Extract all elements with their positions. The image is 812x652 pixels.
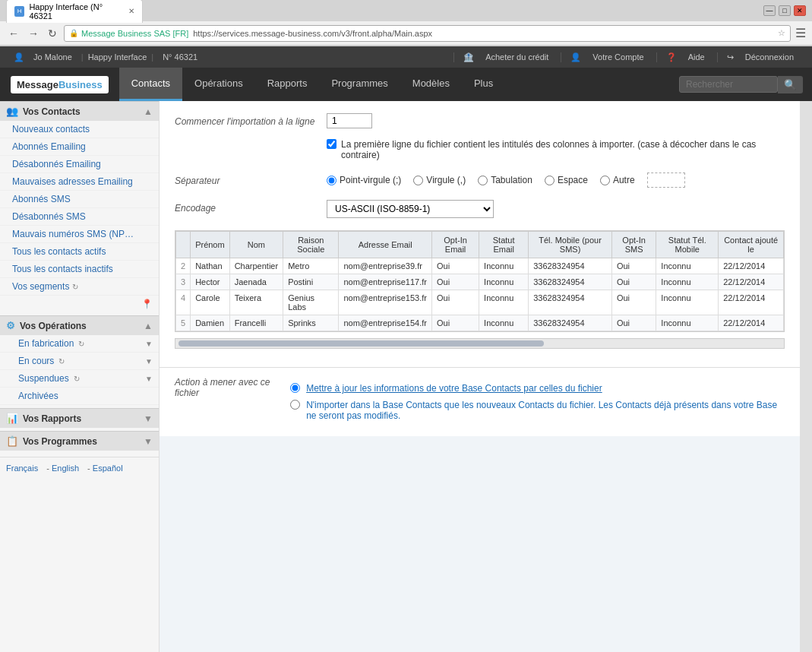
cell-date: 22/12/2014 xyxy=(719,315,784,331)
autre-separator-input[interactable] xyxy=(647,172,685,188)
sidebar-item-mauvaises-adresses[interactable]: Mauvaises adresses Emailing xyxy=(0,173,159,191)
rapports-collapse-icon[interactable]: ▼ xyxy=(144,413,153,424)
action-option-2-text[interactable]: N'importer dans la Base Contacts que les… xyxy=(306,400,785,421)
contacts-collapse-icon[interactable]: ▲ xyxy=(144,106,153,117)
segments-refresh-icon[interactable]: ↻ xyxy=(72,283,78,291)
address-bar[interactable]: 🔒 Message Business SAS [FR] https://serv… xyxy=(64,25,791,42)
programmes-section: 📋 Vos Programmes ▼ xyxy=(0,431,159,451)
cell-raison: Metro xyxy=(283,258,339,274)
contacts-section-header[interactable]: 👥 Vos Contacts ▲ xyxy=(0,101,159,121)
nav-plus[interactable]: Plus xyxy=(462,68,505,101)
sidebar-item-desabonnes-emailing[interactable]: Désabonnés Emailing xyxy=(0,156,159,173)
rapports-section-icon: 📊 xyxy=(6,413,18,424)
search-button[interactable]: 🔍 xyxy=(778,76,803,93)
action-option-1-text[interactable]: Mettre à jour les informations de votre … xyxy=(306,383,602,394)
sidebar-item-segments[interactable]: Vos segments ↻ xyxy=(0,278,159,296)
sidebar-item-archivees[interactable]: Archivées xyxy=(0,388,159,405)
bookmark-icon[interactable]: ☆ xyxy=(778,28,785,38)
col-contact-date-header: Contact ajouté le xyxy=(719,232,784,258)
sidebar-item-nouveaux-contacts[interactable]: Nouveaux contacts xyxy=(0,121,159,138)
forward-button[interactable]: → xyxy=(26,27,41,40)
programmes-section-header[interactable]: 📋 Vos Programmes ▼ xyxy=(0,431,159,451)
sidebar-item-inactifs[interactable]: Tous les contacts inactifs xyxy=(0,261,159,278)
url-secure-label: Message Business SAS [FR] xyxy=(81,29,188,38)
fabrication-arrow-icon[interactable]: ▼ xyxy=(145,340,153,348)
cell-prenom: Hector xyxy=(191,274,230,290)
table-row: 3 Hector Jaenada Postini nom@entreprise1… xyxy=(176,274,784,290)
fabrication-refresh-icon[interactable]: ↻ xyxy=(78,340,84,348)
radio-point-virgule-input[interactable] xyxy=(327,176,336,185)
radio-tabulation[interactable]: Tabulation xyxy=(478,175,532,185)
radio-espace-input[interactable] xyxy=(545,176,554,185)
nav-programmes[interactable]: Programmes xyxy=(319,68,400,101)
location-icon-row: 📍 xyxy=(0,296,159,312)
separator-field: Point-virgule (;) Virgule (,) Tabulation xyxy=(327,172,785,188)
lang-english[interactable]: English xyxy=(52,464,79,473)
maximize-button[interactable]: □ xyxy=(779,5,791,16)
sidebar-item-mauvais-numeros[interactable]: Mauvais numéros SMS (NP… xyxy=(0,226,159,243)
account-link[interactable]: 👤 Votre Compte xyxy=(561,52,652,62)
cell-statut-email: Inconnu xyxy=(479,315,529,331)
sidebar-item-abonnes-emailing[interactable]: Abonnés Emailing xyxy=(0,138,159,156)
first-line-checkbox[interactable] xyxy=(327,139,336,149)
nav-contacts[interactable]: Contacts xyxy=(119,68,182,101)
encoding-row: Encodage US-ASCII (ISO-8859-1) UTF-8 ISO… xyxy=(175,200,785,218)
sidebar-item-desabonnes-sms[interactable]: Désabonnés SMS xyxy=(0,208,159,226)
lang-spanish[interactable]: Español xyxy=(93,464,123,473)
radio-autre-input[interactable] xyxy=(600,176,610,185)
horizontal-scrollbar[interactable] xyxy=(175,338,785,349)
tab-close-button[interactable]: ✕ xyxy=(128,7,134,15)
sidebar-item-suspendues[interactable]: Suspendues ↻ ▼ xyxy=(0,370,159,388)
encoding-select[interactable]: US-ASCII (ISO-8859-1) UTF-8 ISO-8859-2 W… xyxy=(327,200,494,218)
logout-link[interactable]: ↪ Déconnexion xyxy=(717,52,803,62)
col-num-header xyxy=(176,232,191,258)
back-button[interactable]: ← xyxy=(6,27,21,40)
help-icon: ❓ xyxy=(662,52,681,62)
nav-modeles[interactable]: Modèles xyxy=(400,68,462,101)
radio-tabulation-input[interactable] xyxy=(478,176,488,185)
encours-refresh-icon[interactable]: ↻ xyxy=(58,357,65,366)
import-start-row: Commencer l'importation à la ligne La pr… xyxy=(175,113,785,160)
encours-arrow-icon[interactable]: ▼ xyxy=(145,357,153,366)
import-form: Commencer l'importation à la ligne La pr… xyxy=(160,101,800,367)
brand-text: MessageBusiness xyxy=(17,79,103,90)
nav-operations[interactable]: Opérations xyxy=(182,68,255,101)
browser-tab[interactable]: H Happy Interface (N° 46321 ✕ xyxy=(6,0,143,23)
action-radio-1[interactable] xyxy=(290,383,300,393)
help-link[interactable]: ❓ Aide xyxy=(656,52,714,62)
buy-credit-link[interactable]: 🏦 Acheter du crédit xyxy=(453,52,558,62)
sidebar-item-en-fabrication[interactable]: En fabrication ↻ ▼ xyxy=(0,335,159,353)
radio-espace[interactable]: Espace xyxy=(545,175,588,185)
encoding-field: US-ASCII (ISO-8859-1) UTF-8 ISO-8859-2 W… xyxy=(327,200,785,218)
app-name-link[interactable]: Happy Interface xyxy=(88,52,147,62)
sidebar-item-abonnes-sms[interactable]: Abonnés SMS xyxy=(0,191,159,208)
radio-point-virgule[interactable]: Point-virgule (;) xyxy=(327,175,401,185)
lang-french[interactable]: Français xyxy=(6,464,38,473)
action-radio-2[interactable] xyxy=(290,400,300,410)
operations-collapse-icon[interactable]: ▲ xyxy=(144,321,153,331)
programmes-collapse-icon[interactable]: ▼ xyxy=(144,436,153,447)
minimize-button[interactable]: — xyxy=(763,5,776,16)
radio-virgule[interactable]: Virgule (,) xyxy=(413,175,466,185)
address-bar-row: ← → ↻ 🔒 Message Business SAS [FR] https:… xyxy=(0,21,812,46)
search-input[interactable] xyxy=(679,76,778,93)
radio-autre[interactable]: Autre xyxy=(600,175,635,185)
table-row: 4 Carole Teixera Genius Labs nom@entrepr… xyxy=(176,290,784,315)
checkbox-row[interactable]: La première ligne du fichier contient le… xyxy=(327,139,785,160)
cell-tel-mobile: 33628324954 xyxy=(529,274,612,290)
suspendues-arrow-icon[interactable]: ▼ xyxy=(145,375,153,383)
close-window-button[interactable]: ✕ xyxy=(794,5,806,16)
radio-virgule-input[interactable] xyxy=(413,176,423,185)
suspendues-refresh-icon[interactable]: ↻ xyxy=(74,375,80,383)
url-full: https://services.message-business.com/v3… xyxy=(193,29,432,38)
refresh-button[interactable]: ↻ xyxy=(46,27,59,40)
nav-rapports[interactable]: Rapports xyxy=(255,68,320,101)
sidebar-item-en-cours[interactable]: En cours ↻ ▼ xyxy=(0,353,159,370)
vertical-scrollbar[interactable] xyxy=(800,101,812,652)
sidebar-item-actifs[interactable]: Tous les contacts actifs xyxy=(0,243,159,261)
operations-section-header[interactable]: ⚙ Vos Opérations ▲ xyxy=(0,315,159,335)
browser-menu-icon[interactable]: ☰ xyxy=(795,26,806,40)
rapports-section-header[interactable]: 📊 Vos Rapports ▼ xyxy=(0,408,159,428)
cell-statut-tel: Inconnu xyxy=(656,315,719,331)
import-start-input[interactable] xyxy=(327,113,372,128)
